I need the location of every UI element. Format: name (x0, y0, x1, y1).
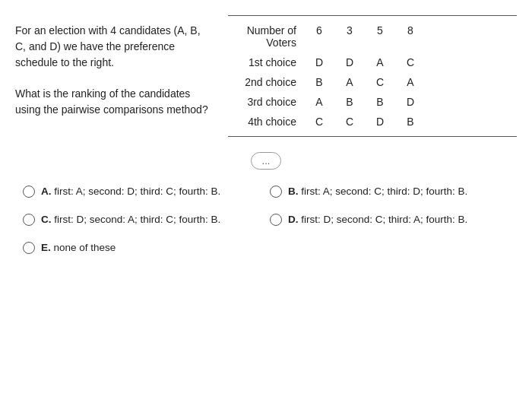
radio-c[interactable] (23, 214, 35, 226)
row-1st-val-1: D (334, 54, 365, 71)
col-header-5: 5 (365, 22, 395, 51)
row-4th-val-3: B (395, 113, 426, 130)
option-b[interactable]: B. first: A; second: C; third: D; fourth… (270, 185, 509, 199)
paragraph2: What is the ranking of the candidates us… (15, 86, 213, 118)
row-2nd-val-2: C (365, 74, 395, 90)
row-1st-label: 1st choice (228, 54, 304, 71)
row-2nd-val-1: A (334, 74, 365, 90)
col-header-8: 8 (395, 22, 426, 51)
expand-button[interactable]: ... (251, 152, 282, 170)
row-1st-val-2: A (365, 54, 395, 71)
row-2nd-val-3: A (395, 74, 426, 90)
row-4th-label: 4th choice (228, 113, 304, 130)
row-3rd-val-1: B (334, 94, 365, 110)
option-e-text: E. none of these (41, 241, 116, 255)
option-d-text: D. first: D; second: C; third: A; fourth… (288, 213, 467, 227)
table-grid: Number of Voters 6 3 5 8 1st choice D D … (228, 22, 517, 130)
radio-b[interactable] (270, 186, 282, 198)
option-a-text: A. first: A; second: D; third: C; fourth… (41, 185, 220, 199)
row-2nd-label: 2nd choice (228, 74, 304, 90)
col-header-3: 3 (334, 22, 365, 51)
paragraph1: For an election with 4 candidates (A, B,… (15, 23, 213, 71)
row-4th-val-1: C (334, 113, 365, 130)
option-c-text: C. first: D; second: A; third: C; fourth… (41, 213, 220, 227)
preference-table: Number of Voters 6 3 5 8 1st choice D D … (228, 15, 517, 137)
main-layout: For an election with 4 candidates (A, B,… (15, 15, 517, 137)
row-4th-val-2: D (365, 113, 395, 130)
row-3rd-val-0: A (304, 94, 334, 110)
option-e[interactable]: E. none of these (23, 241, 262, 255)
option-a[interactable]: A. first: A; second: D; third: C; fourth… (23, 185, 262, 199)
answer-options: A. first: A; second: D; third: C; fourth… (15, 185, 517, 255)
option-b-text: B. first: A; second: C; third: D; fourth… (288, 185, 467, 199)
row-4th-val-0: C (304, 113, 334, 130)
left-text: For an election with 4 candidates (A, B,… (15, 15, 213, 137)
row-1st-val-3: C (395, 54, 426, 71)
radio-a[interactable] (23, 186, 35, 198)
row-1st-val-0: D (304, 54, 334, 71)
option-c[interactable]: C. first: D; second: A; third: C; fourth… (23, 213, 262, 227)
row-3rd-val-2: B (365, 94, 395, 110)
expand-button-container: ... (15, 152, 517, 170)
radio-e[interactable] (23, 242, 35, 254)
row-3rd-label: 3rd choice (228, 94, 304, 110)
option-d[interactable]: D. first: D; second: C; third: A; fourth… (270, 213, 509, 227)
row-2nd-val-0: B (304, 74, 334, 90)
number-of-voters-label: Number of Voters (228, 22, 304, 51)
col-header-6: 6 (304, 22, 334, 51)
radio-d[interactable] (270, 214, 282, 226)
row-3rd-val-3: D (395, 94, 426, 110)
